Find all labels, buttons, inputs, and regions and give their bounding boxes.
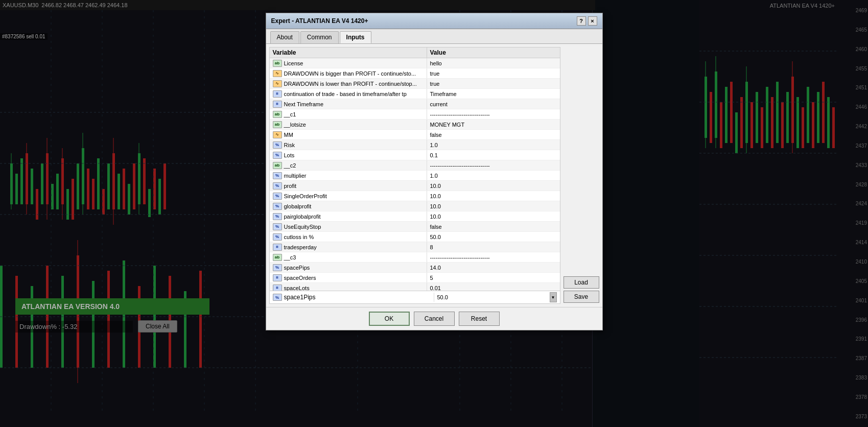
variable-name: multiplier xyxy=(284,173,307,179)
variable-name: globalprofit xyxy=(284,203,312,209)
row-value: hello xyxy=(427,58,560,68)
row-variable: ⌗ tradesperday xyxy=(270,242,427,252)
table-row[interactable]: % UseEquityStop false xyxy=(270,222,560,232)
table-scroll-area[interactable]: ab License hello ∿ DRAWDOWN is bigger th… xyxy=(270,58,560,291)
table-row[interactable]: ⌗ spaceLots 0.01 xyxy=(270,283,560,291)
variable-name: profit xyxy=(284,183,296,189)
table-row[interactable]: ∿ DRAWDOWN is bigger than PROFIT - conti… xyxy=(270,68,560,79)
type-badge: % xyxy=(273,213,282,220)
dialog-tabs: About Common Inputs xyxy=(266,29,602,44)
row-value: MONEY MGT xyxy=(427,120,560,129)
row-value: 10.0 xyxy=(427,211,560,221)
type-badge: % xyxy=(273,152,282,159)
row-value: 1.0 xyxy=(427,171,560,180)
variable-name: __lotsize xyxy=(284,122,306,128)
table-row[interactable]: ⌗ spaceOrders 5 xyxy=(270,273,560,283)
table-row[interactable]: ab __c3 -------------------------------- xyxy=(270,252,560,263)
variable-name: DRAWDOWN is lower than PROFIT - continue… xyxy=(284,81,417,87)
side-buttons: Load Save xyxy=(564,47,599,304)
type-badge: ab xyxy=(273,121,282,128)
table-row[interactable]: % Risk 1.0 xyxy=(270,140,560,150)
dialog-controls: ? × xyxy=(577,16,597,26)
row-value: 0.01 xyxy=(427,283,560,291)
dialog-titlebar: Expert - ATLANTIAN EA V4 1420+ ? × xyxy=(266,13,602,29)
variable-name: DRAWDOWN is bigger than PROFIT - continu… xyxy=(284,70,416,77)
expert-dialog: Expert - ATLANTIAN EA V4 1420+ ? × About… xyxy=(266,13,603,330)
table-row[interactable]: ⌗ continuation of trade - based in timef… xyxy=(270,89,560,99)
load-button[interactable]: Load xyxy=(564,276,599,289)
table-row[interactable]: % spacePips 14.0 xyxy=(270,263,560,273)
dialog-footer: OK Cancel Reset xyxy=(266,307,602,330)
save-button[interactable]: Save xyxy=(564,291,599,303)
type-badge: ab xyxy=(273,60,282,67)
row-variable: % Risk xyxy=(270,140,427,150)
type-badge: % xyxy=(273,141,282,149)
cancel-button[interactable]: Cancel xyxy=(414,312,455,326)
table-row[interactable]: ∿ MM false xyxy=(270,130,560,140)
row-variable: % pairglobalprofit xyxy=(270,211,427,221)
variable-name: MM xyxy=(284,132,293,138)
table-row[interactable]: ⌗ tradesperday 8 xyxy=(270,242,560,252)
ok-button[interactable]: OK xyxy=(369,312,410,326)
table-row[interactable]: ab __c2 -------------------------------- xyxy=(270,160,560,171)
footer-type-badge: % xyxy=(273,294,282,301)
type-badge: ab xyxy=(273,162,282,169)
help-button[interactable]: ? xyxy=(577,16,586,26)
row-variable: ab __lotsize xyxy=(270,120,427,129)
dropdown-arrow[interactable]: ▼ xyxy=(550,292,557,302)
table-row[interactable]: ab License hello xyxy=(270,58,560,68)
type-badge: ⌗ xyxy=(273,101,282,108)
row-value: 10.0 xyxy=(427,201,560,211)
variable-name: Next Timeframe xyxy=(284,101,324,107)
variable-name: UseEquityStop xyxy=(284,224,321,230)
type-badge: % xyxy=(273,172,282,179)
row-value: 14.0 xyxy=(427,263,560,272)
row-value: -------------------------------- xyxy=(427,252,560,262)
type-badge: ab xyxy=(273,254,282,261)
table-row[interactable]: % multiplier 1.0 xyxy=(270,171,560,181)
tab-inputs[interactable]: Inputs xyxy=(340,31,371,43)
close-button[interactable]: × xyxy=(588,16,597,26)
row-value: 10.0 xyxy=(427,181,560,191)
variable-name: __c1 xyxy=(284,111,296,117)
tab-about[interactable]: About xyxy=(270,31,299,43)
type-badge: % xyxy=(273,182,282,189)
table-row[interactable]: % profit 10.0 xyxy=(270,181,560,191)
row-variable: ∿ DRAWDOWN is lower than PROFIT - contin… xyxy=(270,79,427,88)
table-row[interactable]: ab __c1 -------------------------------- xyxy=(270,109,560,120)
variable-name: pairglobalprofit xyxy=(284,214,321,220)
row-value: 10.0 xyxy=(427,191,560,201)
row-variable: ab __c1 xyxy=(270,109,427,119)
table-row[interactable]: ∿ DRAWDOWN is lower than PROFIT - contin… xyxy=(270,79,560,89)
type-badge: ⌗ xyxy=(273,284,282,291)
variable-name: spaceOrders xyxy=(284,275,316,281)
dialog-main-content: Variable Value ab License hello ∿ DRAWDO… xyxy=(266,44,602,307)
row-value: -------------------------------- xyxy=(427,109,560,119)
reset-button[interactable]: Reset xyxy=(459,312,500,326)
table-row[interactable]: % SingleOrderProfit 10.0 xyxy=(270,191,560,201)
type-badge: ⌗ xyxy=(273,274,282,281)
table-row[interactable]: % Lots 0.1 xyxy=(270,150,560,160)
type-badge: ∿ xyxy=(273,80,282,87)
row-variable: ∿ DRAWDOWN is bigger than PROFIT - conti… xyxy=(270,68,427,78)
type-badge: % xyxy=(273,193,282,200)
table-row[interactable]: % cutloss in % 50.0 xyxy=(270,232,560,242)
row-variable: ⌗ Next Timeframe xyxy=(270,99,427,109)
table-row[interactable]: % globalprofit 10.0 xyxy=(270,201,560,211)
type-badge: % xyxy=(273,223,282,230)
row-variable: % SingleOrderProfit xyxy=(270,191,427,201)
variable-name: spacePips xyxy=(284,265,310,271)
dialog-title: Expert - ATLANTIAN EA V4 1420+ xyxy=(271,17,368,25)
table-row[interactable]: % pairglobalprofit 10.0 xyxy=(270,211,560,222)
table-row[interactable]: ab __lotsize MONEY MGT xyxy=(270,120,560,130)
tab-common[interactable]: Common xyxy=(300,31,339,43)
variables-table: Variable Value ab License hello ∿ DRAWDO… xyxy=(269,47,560,304)
variable-name: __c3 xyxy=(284,254,296,260)
variable-name: cutloss in % xyxy=(284,234,314,240)
table-footer: % space1Pips 50.0 ▼ xyxy=(270,291,560,303)
type-badge: % xyxy=(273,233,282,241)
table-row[interactable]: ⌗ Next Timeframe current xyxy=(270,99,560,109)
row-variable: ⌗ spaceLots xyxy=(270,283,427,291)
row-value: 1.0 xyxy=(427,140,560,150)
type-badge: % xyxy=(273,264,282,271)
